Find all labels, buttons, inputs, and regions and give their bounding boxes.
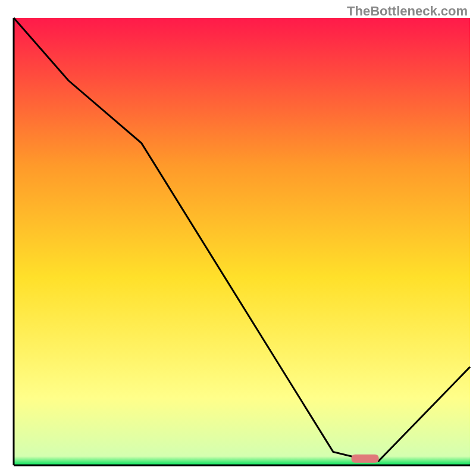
optimal-marker [352, 455, 379, 463]
plot-background [14, 18, 470, 465]
watermark-text: TheBottleneck.com [347, 4, 468, 19]
bottleneck-chart [0, 0, 476, 476]
chart-container: { "watermark": "TheBottleneck.com", "cha… [0, 0, 476, 476]
